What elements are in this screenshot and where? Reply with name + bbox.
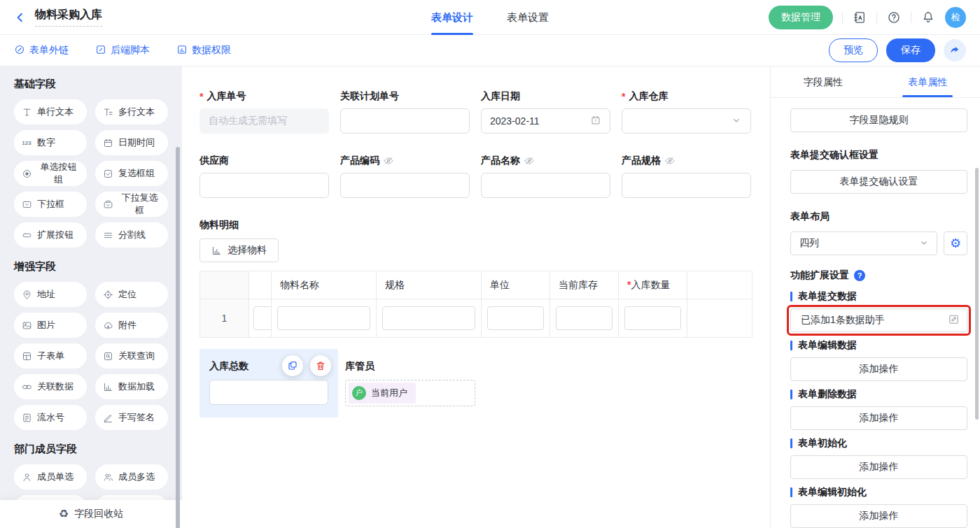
sidebar-item-dropdown[interactable]: 下拉框 [14, 192, 87, 217]
toolbar-link-3[interactable]: 数据权限 [176, 44, 231, 57]
panel-tab-2[interactable]: 表单属性 [876, 66, 980, 97]
subform-cell-input[interactable] [253, 306, 272, 330]
sidebar-item-ext-button[interactable]: 扩展按钮 [14, 222, 87, 248]
sidebar-item-address[interactable]: 地址 [14, 282, 87, 307]
select-material-button[interactable]: 选择物料 [200, 238, 279, 262]
subform-cell-input[interactable] [487, 306, 544, 330]
ext-button-icon [21, 229, 32, 241]
sidebar-item-label: 多行文本 [118, 106, 155, 118]
subform-cell-input[interactable] [277, 306, 370, 330]
eye-hidden-icon [524, 155, 535, 166]
field-产品编码[interactable]: 产品编码 [340, 155, 470, 198]
sidebar-item-label: 子表单 [37, 350, 64, 362]
sidebar-item-label: 流水号 [37, 411, 64, 424]
sidebar-item-link-data[interactable]: 关联数据 [14, 374, 87, 399]
subform-cell-input[interactable] [556, 306, 612, 330]
sidebar-item-radio-group[interactable]: 单选按钮组 [14, 161, 87, 186]
sidebar-item-number[interactable]: 123数字 [14, 130, 87, 155]
panel-tab-1[interactable]: 字段属性 [771, 66, 876, 97]
form-title[interactable]: 物料采购入库 [35, 8, 102, 27]
current-user-tag[interactable]: 户 当前用户 [349, 383, 416, 404]
select-input[interactable] [622, 108, 751, 134]
text-input[interactable] [200, 173, 329, 198]
sidebar-item-label: 定位 [118, 288, 136, 301]
extensions-help-icon[interactable]: ? [854, 270, 865, 281]
sidebar-item-dropdown-multi[interactable]: 下拉复选框 [95, 192, 168, 217]
extension-action-button[interactable]: 添加操作 [790, 504, 967, 528]
field-供应商[interactable]: 供应商 [200, 155, 329, 198]
help-icon[interactable] [886, 10, 902, 25]
sidebar-item-serial-number[interactable]: 流水号 [14, 405, 87, 430]
text-input[interactable] [622, 173, 751, 198]
sidebar-item-attachment[interactable]: 附件 [95, 313, 168, 338]
sidebar-item-subform[interactable]: 子表单 [14, 343, 87, 369]
sidebar-item-multi-line-text[interactable]: 多行文本 [95, 99, 168, 124]
keeper-input[interactable]: 户 当前用户 [345, 380, 475, 406]
gear-icon: ⚙ [950, 237, 961, 250]
form-toolbar: 表单外链后端脚本数据权限 预览 保存 [0, 35, 980, 66]
field-入库仓库[interactable]: *入库仓库 [622, 90, 751, 134]
preview-button[interactable]: 预览 [829, 38, 878, 62]
header-tab-2[interactable]: 表单设置 [507, 0, 549, 35]
toolbar-link-1[interactable]: 表单外链 [14, 44, 69, 57]
subform-col-label: 当前库存 [559, 279, 598, 290]
sidebar-item-divider[interactable]: 分割线 [95, 222, 168, 248]
back-icon[interactable] [14, 10, 28, 24]
field-visibility-rules-button[interactable]: 字段显隐规则 [790, 108, 967, 132]
sidebar-item-checkbox-group[interactable]: 复选框组 [95, 161, 168, 186]
subform-label: 物料明细 [200, 219, 752, 231]
field-产品名称[interactable]: 产品名称 [481, 155, 610, 198]
text-input[interactable] [340, 173, 470, 198]
user-avatar[interactable]: 检 [945, 7, 966, 28]
extension-action-button[interactable]: 添加操作 [790, 406, 967, 430]
field-recycle-bin[interactable]: ♻ 字段回收站 [0, 500, 182, 528]
sidebar-item-member-single[interactable]: 成员单选 [14, 464, 87, 490]
subform-cell-input[interactable] [382, 306, 475, 330]
notification-bell-icon[interactable] [920, 10, 936, 25]
extension-action-button[interactable]: 添加操作 [790, 357, 967, 381]
submit-confirm-settings-button[interactable]: 表单提交确认设置 [790, 170, 967, 194]
sidebar-item-image[interactable]: 图片 [14, 313, 87, 338]
subform-cell-input[interactable] [624, 306, 681, 330]
extension-action-button[interactable]: 添加操作 [790, 455, 967, 479]
sidebar-item-signature[interactable]: 手写签名 [95, 405, 168, 430]
sidebar-item-data-load[interactable]: 数据加载 [95, 374, 168, 399]
panel-scrollbar[interactable] [975, 168, 979, 420]
total-count-input[interactable] [209, 380, 328, 405]
panel-tabs: 字段属性表单属性 [771, 66, 980, 98]
save-button[interactable]: 保存 [886, 38, 935, 62]
title-bar-marker [790, 438, 792, 448]
sidebar-item-location[interactable]: 定位 [95, 282, 168, 307]
field-warehouse-keeper[interactable]: 库管员 户 当前用户 [345, 349, 475, 406]
field-入库单号[interactable]: *入库单号自动生成无需填写 [200, 90, 329, 134]
edit-icon[interactable] [948, 313, 960, 327]
header-tab-1[interactable]: 表单设计 [431, 0, 473, 35]
layout-settings-button[interactable]: ⚙ [944, 231, 967, 255]
duplicate-field-button[interactable] [282, 355, 303, 376]
layout-select[interactable]: 四列 [790, 231, 937, 255]
text-input[interactable] [340, 108, 470, 134]
extension-group-title: 表单编辑数据 [790, 339, 967, 352]
delete-field-button[interactable] [310, 355, 331, 376]
sidebar-item-datetime[interactable]: 日期时间 [95, 130, 168, 155]
field-total-count-selected[interactable]: 入库总数 [200, 349, 338, 418]
datetime-icon [102, 137, 113, 148]
field-产品规格[interactable]: 产品规格 [622, 155, 751, 198]
data-manage-button[interactable]: 数据管理 [769, 6, 833, 29]
copy-icon [287, 360, 298, 371]
sidebar-item-member-multi[interactable]: 成员多选 [95, 464, 168, 490]
extension-action-button[interactable]: 已添加1条数据助手 [790, 308, 967, 332]
text-input[interactable] [481, 173, 610, 198]
address-book-icon[interactable] [852, 10, 867, 25]
field-入库日期[interactable]: 入库日期2023-02-117 [481, 90, 610, 134]
sidebar-scrollbar[interactable] [176, 147, 180, 528]
field-label-text: 关联计划单号 [340, 90, 399, 103]
subform-cell [377, 299, 482, 338]
share-button[interactable] [944, 39, 966, 62]
sidebar-item-single-line-text[interactable]: 单行文本 [14, 99, 87, 124]
sidebar-item-lookup[interactable]: 关联查询 [95, 343, 168, 369]
toolbar-link-2[interactable]: 后端脚本 [95, 44, 150, 57]
date-input[interactable]: 2023-02-117 [481, 108, 610, 134]
field-关联计划单号[interactable]: 关联计划单号 [340, 90, 470, 134]
extension-group-1: 表单提交数据已添加1条数据助手 [790, 290, 967, 332]
